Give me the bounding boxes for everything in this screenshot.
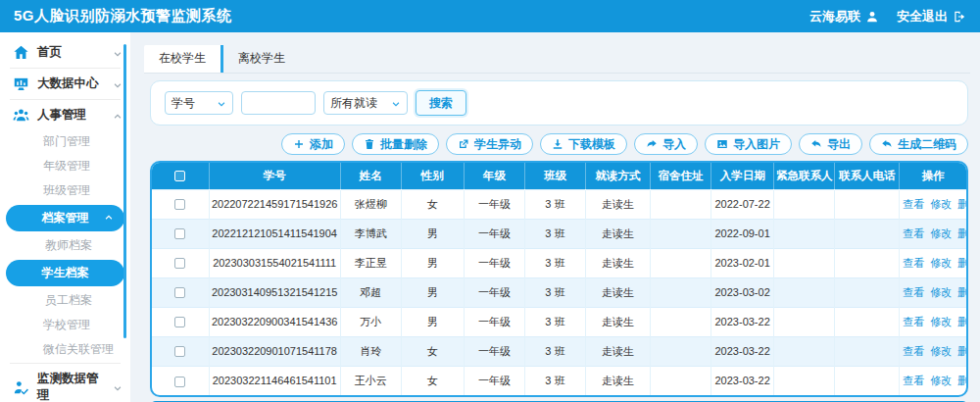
row-action-view[interactable]: 查看: [903, 198, 924, 210]
cell-student-id: 202207221459171541926: [209, 189, 340, 219]
download-template-button[interactable]: 下载模板: [540, 133, 627, 155]
import-button[interactable]: 导入: [634, 133, 698, 155]
cell-gender: 女: [401, 366, 464, 395]
row-action-edit[interactable]: 修改: [930, 257, 952, 269]
field-select[interactable]: 学号: [165, 91, 233, 115]
sidebar-subitem-teacher-archives[interactable]: 教师档案: [0, 233, 130, 258]
sidebar-scrollbar[interactable]: [123, 44, 126, 338]
sidebar: 首页 大数据中心 人事管理 部门管理 年级管理 班级管理 档案管理 教师档案 学…: [0, 32, 130, 402]
sidebar-item-big-data-center[interactable]: 大数据中心: [0, 70, 130, 98]
cell-emergency-contact: [774, 307, 835, 336]
row-checkbox[interactable]: [174, 228, 185, 239]
cell-name: 肖玲: [340, 336, 401, 366]
app-title: 5G人脸识别防溺水预警监测系统: [14, 7, 232, 25]
cell-enroll-date: 2023-03-02: [711, 277, 774, 307]
batch-delete-button[interactable]: 批量删除: [352, 133, 439, 155]
cell-class-name: 3 班: [524, 248, 585, 277]
data-center-icon: [13, 75, 29, 92]
cell-name: 李博武: [340, 219, 401, 248]
cell-class-name: 3 班: [524, 336, 585, 366]
row-action-view[interactable]: 查看: [903, 286, 924, 298]
cell-study-mode: 走读生: [585, 248, 650, 277]
user-menu[interactable]: 云海易联: [809, 8, 879, 25]
row-checkbox[interactable]: [174, 346, 185, 357]
students-table: 学号 姓名 性别 年级 班级 就读方式 宿舍住址 入学日期 紧急联系人 联系人电…: [150, 161, 968, 397]
cell-grade: 一年级: [464, 277, 524, 307]
cell-student-id: 202212121051411541904: [209, 219, 340, 248]
row-action-edit[interactable]: 修改: [930, 227, 952, 239]
cell-contact-phone: [835, 277, 900, 307]
sidebar-subitem-class[interactable]: 班级管理: [0, 178, 130, 203]
row-action-edit[interactable]: 修改: [930, 375, 952, 386]
logout-button[interactable]: 安全退出: [897, 8, 966, 25]
sidebar-subitem-staff-archives[interactable]: 员工档案: [0, 288, 130, 313]
sidebar-subitem-wechat[interactable]: 微信关联管理: [0, 337, 130, 362]
chevron-down-icon: [113, 79, 122, 89]
cell-name: 王小云: [340, 366, 401, 395]
sidebar-subitem-student-archives[interactable]: 学生档案: [6, 260, 124, 286]
add-button[interactable]: 添加: [281, 133, 345, 155]
sidebar-divider: [10, 99, 121, 100]
row-checkbox[interactable]: [174, 199, 185, 210]
cell-grade: 一年级: [464, 336, 524, 366]
cell-dorm-address: [651, 366, 711, 395]
user-name: 云海易联: [809, 8, 860, 25]
search-button[interactable]: 搜索: [416, 90, 466, 116]
cell-study-mode: 走读生: [585, 336, 650, 366]
row-action-view[interactable]: 查看: [903, 375, 924, 386]
row-action-delete[interactable]: 删除: [957, 257, 966, 269]
chevron-down-icon: [113, 48, 122, 58]
row-checkbox[interactable]: [174, 317, 185, 327]
sidebar-item-home[interactable]: 首页: [0, 38, 130, 67]
main-content: 在校学生 离校学生 学号 所有就读 搜索 添加 批量删除: [130, 32, 980, 402]
cell-study-mode: 走读生: [585, 219, 650, 248]
col-grade: 年级: [464, 163, 524, 189]
tab-left-students[interactable]: 离校学生: [223, 45, 300, 73]
sidebar-subitem-archives[interactable]: 档案管理: [6, 205, 124, 231]
sidebar-item-monitor-data[interactable]: 监测数据管理: [0, 365, 130, 402]
cell-class-name: 3 班: [524, 366, 585, 395]
row-action-delete[interactable]: 删除: [957, 316, 966, 327]
row-action-view[interactable]: 查看: [903, 316, 924, 327]
row-actions-cell: 查看修改删除: [900, 307, 966, 336]
cell-emergency-contact: [774, 366, 835, 395]
row-action-view[interactable]: 查看: [903, 345, 924, 357]
row-action-delete[interactable]: 删除: [957, 345, 966, 357]
row-action-edit[interactable]: 修改: [930, 345, 952, 357]
cell-grade: 一年级: [464, 189, 524, 219]
row-checkbox[interactable]: [174, 377, 185, 387]
sidebar-subitem-department[interactable]: 部门管理: [0, 129, 130, 154]
sidebar-item-label: 监测数据管理: [37, 371, 105, 402]
row-checkbox[interactable]: [174, 258, 185, 269]
student-move-button[interactable]: 学生异动: [446, 133, 533, 155]
cell-emergency-contact: [774, 277, 835, 307]
student-row: 202303220900341541436万小男一年级3 班走读生2023-03…: [152, 307, 966, 336]
row-action-view[interactable]: 查看: [903, 227, 924, 239]
cell-enroll-date: 2023-03-22: [711, 307, 774, 336]
row-action-edit[interactable]: 修改: [930, 198, 952, 210]
row-checkbox-cell: [152, 336, 209, 366]
tab-enrolled-students[interactable]: 在校学生: [144, 45, 223, 73]
select-all-checkbox[interactable]: [174, 171, 185, 181]
study-mode-select[interactable]: 所有就读: [323, 91, 408, 115]
sidebar-item-personnel[interactable]: 人事管理: [0, 101, 130, 129]
generate-qrcode-button[interactable]: 生成二维码: [869, 133, 968, 155]
sidebar-item-label: 首页: [37, 44, 62, 61]
cell-emergency-contact: [774, 219, 835, 248]
row-action-edit[interactable]: 修改: [930, 286, 952, 298]
row-action-delete[interactable]: 删除: [957, 375, 966, 386]
row-checkbox-cell: [152, 219, 209, 248]
row-checkbox[interactable]: [174, 287, 185, 298]
sidebar-subitem-school[interactable]: 学校管理: [0, 313, 130, 337]
row-action-delete[interactable]: 删除: [957, 227, 966, 239]
row-action-delete[interactable]: 删除: [957, 198, 966, 210]
keyword-input[interactable]: [241, 91, 316, 115]
qrcode-export-icon: [881, 138, 893, 150]
row-action-delete[interactable]: 删除: [957, 286, 966, 298]
import-images-button[interactable]: 导入图片: [705, 133, 792, 155]
export-button[interactable]: 导出: [799, 133, 862, 155]
sidebar-subitem-grade[interactable]: 年级管理: [0, 154, 130, 178]
row-action-view[interactable]: 查看: [903, 257, 924, 269]
row-action-edit[interactable]: 修改: [930, 316, 952, 327]
cell-student-id: 202303140951321541215: [209, 277, 340, 307]
